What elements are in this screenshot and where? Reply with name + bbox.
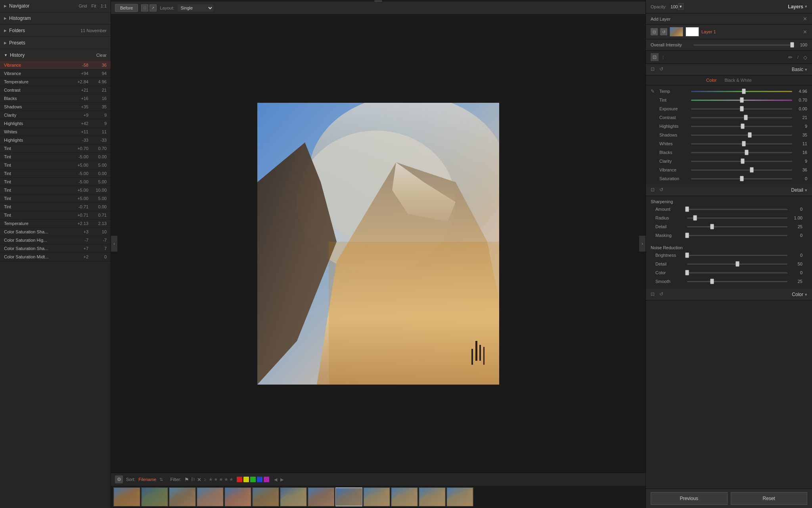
- overall-intensity-slider[interactable]: [693, 42, 792, 48]
- filmstrip-thumb[interactable]: [419, 487, 446, 506]
- detail-triangle-icon[interactable]: ▾: [805, 188, 807, 193]
- sharpening-thumb[interactable]: [686, 207, 689, 212]
- layer-close-icon[interactable]: ✕: [803, 29, 807, 35]
- star-3[interactable]: ★: [219, 477, 223, 482]
- history-item[interactable]: Tint+5.0010.00: [0, 186, 111, 194]
- previous-button[interactable]: Previous: [651, 492, 728, 505]
- opacity-dropdown[interactable]: ▾: [678, 3, 684, 10]
- navigator-grid[interactable]: Grid: [79, 4, 87, 8]
- history-item[interactable]: Color Saturation Midt...+20: [0, 253, 111, 261]
- adj-slider[interactable]: [691, 175, 792, 182]
- next-image-arrow[interactable]: ›: [639, 236, 645, 252]
- filmstrip-thumb[interactable]: [141, 487, 168, 506]
- history-item[interactable]: Tint+0.700.70: [0, 144, 111, 153]
- adj-slider-thumb[interactable]: [745, 150, 749, 155]
- history-item[interactable]: Tint-0.710.00: [0, 203, 111, 211]
- prev-image-arrow[interactable]: ‹: [111, 236, 117, 252]
- reset-button[interactable]: Reset: [731, 492, 808, 505]
- sharpening-thumb[interactable]: [710, 224, 714, 229]
- x-icon[interactable]: ✕: [197, 477, 201, 483]
- adj-slider-thumb[interactable]: [748, 133, 751, 138]
- layer-refresh-icon[interactable]: ↺: [660, 28, 667, 35]
- adj-slider[interactable]: [691, 140, 792, 147]
- filmstrip-thumb[interactable]: [280, 487, 307, 506]
- history-item[interactable]: Blacks+1616: [0, 94, 111, 103]
- noise-slider[interactable]: [687, 278, 787, 285]
- adj-slider[interactable]: [691, 97, 792, 103]
- history-item[interactable]: Clarity+99: [0, 111, 111, 119]
- noise-thumb[interactable]: [735, 262, 739, 267]
- detail-copy-icon[interactable]: ⊡: [651, 187, 657, 193]
- adj-slider[interactable]: [691, 106, 792, 112]
- sharpening-slider[interactable]: [687, 223, 787, 230]
- detail-refresh-icon[interactable]: ↺: [659, 187, 666, 193]
- adj-slider[interactable]: [691, 158, 792, 164]
- sharpening-thumb[interactable]: [693, 216, 697, 221]
- noise-thumb[interactable]: [686, 253, 689, 258]
- noise-slider[interactable]: [687, 269, 787, 276]
- add-layer-close-icon[interactable]: ✕: [803, 16, 807, 22]
- folders-header[interactable]: ▶ Folders 11 November: [0, 25, 111, 37]
- next-filmstrip-arrow[interactable]: ▶: [280, 477, 283, 482]
- filmstrip-thumb[interactable]: [391, 487, 418, 506]
- adj-slider-thumb[interactable]: [740, 106, 743, 112]
- settings-icon[interactable]: ⚙: [115, 475, 123, 483]
- sharpening-slider[interactable]: [687, 206, 787, 212]
- sharpening-slider[interactable]: [687, 215, 787, 221]
- history-item[interactable]: Tint-5.000.00: [0, 153, 111, 161]
- history-item[interactable]: Tint-5.000.00: [0, 169, 111, 178]
- layout-select[interactable]: Single Side by Side Split: [178, 4, 213, 12]
- color-refresh-icon[interactable]: ↺: [659, 291, 666, 298]
- history-item[interactable]: Temperature+2.132.13: [0, 219, 111, 228]
- adj-slider-thumb[interactable]: [741, 159, 745, 164]
- presets-header[interactable]: ▶ Presets: [0, 37, 111, 49]
- history-item[interactable]: Tint+5.005.00: [0, 161, 111, 169]
- flag-icon[interactable]: ⚑: [184, 477, 189, 483]
- sharpening-thumb[interactable]: [686, 233, 689, 238]
- eyedropper-icon[interactable]: ✎: [651, 89, 656, 94]
- green-filter[interactable]: [250, 477, 256, 482]
- filmstrip-thumb[interactable]: [335, 487, 362, 506]
- noise-thumb[interactable]: [710, 279, 714, 284]
- adj-slider[interactable]: [691, 149, 792, 156]
- adj-slider[interactable]: [691, 167, 792, 173]
- brush-tool-icon[interactable]: ✏: [788, 54, 793, 60]
- history-header[interactable]: ▼ History Clear: [0, 49, 111, 61]
- navigator-fit[interactable]: Fit: [91, 4, 96, 8]
- tab-color[interactable]: Color: [706, 78, 716, 83]
- adj-slider[interactable]: [691, 114, 792, 121]
- history-item[interactable]: Vibrance+9494: [0, 69, 111, 78]
- filmstrip-thumb[interactable]: [363, 487, 390, 506]
- history-item[interactable]: Color Saturation Sha...+77: [0, 244, 111, 253]
- view-square-icon[interactable]: □: [141, 4, 148, 12]
- color-section-triangle-icon[interactable]: ▾: [805, 292, 807, 297]
- filmstrip-thumb[interactable]: [197, 487, 224, 506]
- adj-slider[interactable]: [691, 132, 792, 138]
- history-item[interactable]: Highlights+429: [0, 119, 111, 128]
- adj-slider-thumb[interactable]: [740, 176, 743, 181]
- history-item[interactable]: Vibrance-5836: [0, 61, 111, 69]
- history-item[interactable]: Color Saturation Hig...-7-7: [0, 236, 111, 244]
- star-2[interactable]: ★: [214, 477, 218, 482]
- adj-slider-thumb[interactable]: [741, 124, 745, 129]
- history-item[interactable]: Color Saturation Sha...+310: [0, 228, 111, 236]
- filmstrip-thumb[interactable]: [224, 487, 251, 506]
- adj-slider-thumb[interactable]: [744, 115, 747, 120]
- adj-slider-thumb[interactable]: [742, 141, 745, 146]
- purple-filter[interactable]: [264, 477, 269, 482]
- star-5[interactable]: ★: [229, 477, 234, 482]
- history-item[interactable]: Temperature+2.844.96: [0, 78, 111, 86]
- sort-value[interactable]: Filename: [138, 477, 156, 482]
- star-1[interactable]: ★: [209, 477, 213, 482]
- adj-slider-thumb[interactable]: [750, 167, 754, 173]
- history-item[interactable]: Tint+0.710.71: [0, 211, 111, 219]
- color-copy-icon[interactable]: ⊡: [651, 291, 657, 298]
- star-4[interactable]: ★: [224, 477, 228, 482]
- history-item[interactable]: Highlights-33-33: [0, 136, 111, 144]
- sharpening-slider[interactable]: [687, 232, 787, 239]
- before-button[interactable]: Before: [115, 4, 138, 12]
- history-item[interactable]: Whites+1111: [0, 128, 111, 136]
- eraser-tool-icon[interactable]: ◇: [803, 54, 807, 60]
- layer-visibility-icon[interactable]: ⊡: [651, 28, 658, 35]
- history-item[interactable]: Tint+5.005.00: [0, 194, 111, 203]
